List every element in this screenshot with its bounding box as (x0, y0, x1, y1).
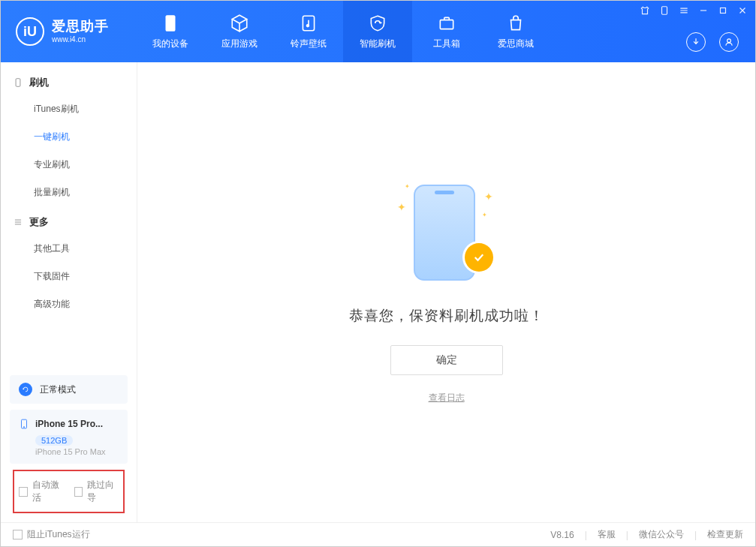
close-icon[interactable] (737, 5, 748, 16)
main-content: ✦ ✦ ✦ ✦ 恭喜您，保资料刷机成功啦！ 确定 查看日志 (137, 62, 755, 522)
sidebar-item-advanced[interactable]: 高级功能 (1, 290, 137, 318)
auto-activate-checkbox[interactable]: 自动激活 (19, 479, 64, 504)
bag-icon (506, 14, 526, 33)
success-message: 恭喜您，保资料刷机成功啦！ (349, 306, 544, 326)
sidebar: 刷机 iTunes刷机 一键刷机 专业刷机 批量刷机 更多 其他工具 下载固件 … (1, 62, 137, 522)
nav-label: 应用游戏 (221, 38, 258, 50)
wechat-link[interactable]: 微信公众号 (639, 528, 684, 541)
music-icon (299, 14, 318, 33)
svg-rect-3 (440, 20, 453, 29)
sparkle-icon: ✦ (482, 212, 487, 218)
checkbox-label: 跳过向导 (87, 479, 119, 504)
sidebar-item-batch-flash[interactable]: 批量刷机 (1, 179, 137, 206)
toolbox-icon (437, 14, 456, 33)
nav-toolbox[interactable]: 工具箱 (412, 1, 481, 62)
phone-icon (161, 14, 180, 33)
list-icon (13, 217, 23, 227)
storage-badge: 512GB (35, 435, 73, 446)
sidebar-group-flash[interactable]: 刷机 (1, 67, 137, 95)
device-icon (19, 417, 29, 431)
checkbox-label: 阻止iTunes运行 (27, 528, 90, 541)
brand-subtitle: www.i4.cn (52, 35, 109, 44)
nav-label: 我的设备 (152, 38, 188, 50)
maximize-icon[interactable] (718, 5, 728, 16)
device-name: iPhone 15 Pro... (35, 419, 103, 429)
phone-graphic-icon (414, 185, 475, 281)
svg-rect-5 (721, 8, 726, 14)
sidebar-item-itunes-flash[interactable]: iTunes刷机 (1, 95, 137, 123)
sparkle-icon: ✦ (405, 183, 410, 190)
nav-apps[interactable]: 应用游戏 (205, 1, 274, 62)
check-update-link[interactable]: 检查更新 (707, 528, 743, 541)
refresh-shield-icon (368, 14, 387, 33)
checkbox-icon (13, 530, 23, 539)
svg-rect-4 (662, 7, 667, 15)
feedback-icon[interactable] (659, 5, 670, 16)
nav-label: 智能刷机 (360, 38, 396, 50)
checkbox-icon (74, 487, 83, 497)
success-check-icon (465, 243, 493, 272)
refresh-circle-icon (19, 383, 32, 396)
checkbox-label: 自动激活 (32, 479, 64, 504)
support-link[interactable]: 客服 (598, 528, 616, 541)
svg-rect-0 (166, 15, 176, 32)
svg-point-6 (727, 39, 731, 43)
device-model: iPhone 15 Pro Max (35, 447, 119, 456)
skin-icon[interactable] (640, 5, 650, 16)
nav-label: 铃声壁纸 (291, 38, 327, 50)
cube-icon (230, 14, 249, 33)
device-card[interactable]: iPhone 15 Pro... 512GB iPhone 15 Pro Max (10, 410, 128, 464)
nav-ringtones[interactable]: 铃声壁纸 (274, 1, 343, 62)
skip-wizard-checkbox[interactable]: 跳过向导 (74, 479, 119, 504)
device-small-icon (13, 77, 23, 88)
svg-rect-7 (16, 79, 20, 87)
status-bar: 阻止iTunes运行 V8.16 | 客服 | 微信公众号 | 检查更新 (1, 522, 755, 546)
minimize-icon[interactable] (698, 5, 709, 16)
mode-label: 正常模式 (40, 383, 76, 396)
sparkle-icon: ✦ (484, 191, 493, 203)
sidebar-group-more[interactable]: 更多 (1, 206, 137, 235)
success-illustration: ✦ ✦ ✦ ✦ (402, 180, 492, 285)
sidebar-group-title: 更多 (29, 215, 49, 229)
brand-block: iU 爱思助手 www.i4.cn (1, 1, 136, 62)
sidebar-item-pro-flash[interactable]: 专业刷机 (1, 151, 137, 179)
ok-button[interactable]: 确定 (390, 345, 503, 375)
svg-point-2 (306, 24, 309, 27)
sidebar-item-oneclick-flash[interactable]: 一键刷机 (1, 123, 137, 151)
sidebar-group-title: 刷机 (29, 76, 49, 89)
brand-logo-icon: iU (16, 17, 44, 46)
nav-store[interactable]: 爱思商城 (481, 1, 550, 62)
download-icon[interactable] (686, 32, 706, 52)
highlight-box: 自动激活 跳过向导 (13, 470, 125, 513)
sidebar-item-download-firmware[interactable]: 下载固件 (1, 263, 137, 290)
version-text: V8.16 (550, 530, 574, 540)
block-itunes-checkbox[interactable]: 阻止iTunes运行 (13, 528, 90, 541)
app-header: iU 爱思助手 www.i4.cn 我的设备 应用游戏 铃声壁纸 智能刷机 (1, 1, 755, 62)
nav-flash[interactable]: 智能刷机 (343, 1, 412, 62)
svg-point-9 (23, 427, 24, 428)
checkbox-icon (19, 487, 28, 497)
top-nav: 我的设备 应用游戏 铃声壁纸 智能刷机 工具箱 爱思商城 (136, 1, 550, 62)
brand-title: 爱思助手 (52, 19, 109, 35)
header-right-icons (686, 32, 739, 52)
sparkle-icon: ✦ (397, 201, 406, 213)
user-icon[interactable] (719, 32, 739, 52)
nav-label: 工具箱 (433, 38, 460, 50)
svg-rect-8 (22, 419, 27, 428)
nav-my-device[interactable]: 我的设备 (136, 1, 205, 62)
nav-label: 爱思商城 (498, 38, 534, 50)
view-log-link[interactable]: 查看日志 (429, 392, 465, 404)
menu-icon[interactable] (679, 5, 689, 16)
window-controls (640, 5, 748, 16)
mode-card[interactable]: 正常模式 (10, 375, 128, 404)
sidebar-item-other-tools[interactable]: 其他工具 (1, 235, 137, 263)
